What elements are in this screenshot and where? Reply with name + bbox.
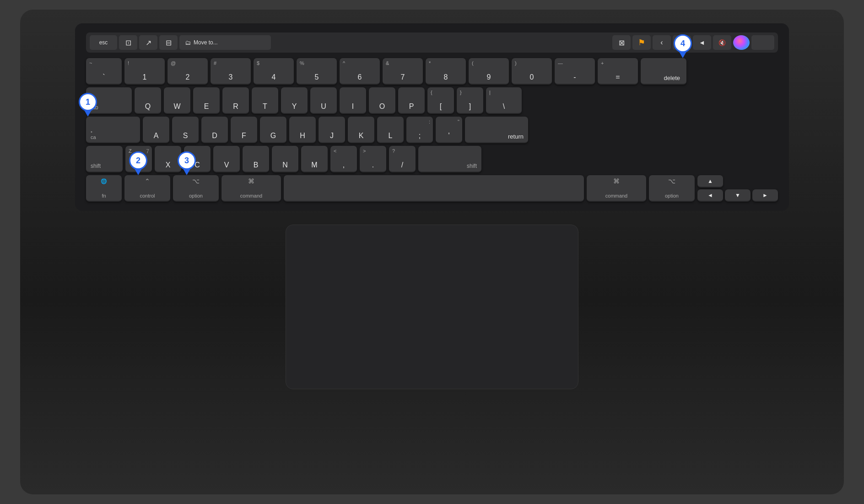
key-e[interactable]: E [193,87,220,114]
key-period[interactable]: > . [360,146,386,172]
touch-bar: esc ⊡ ↗ ⊟ 🗂 Move to... ⊠ ⚑ ‹ ✦ ◄ 🔇 [86,32,778,53]
tb-volume-key[interactable]: ◄ [693,35,711,50]
key-p[interactable]: P [398,87,425,114]
tb-mute-key[interactable]: 🔇 [713,35,731,50]
key-semicolon[interactable]: : ; [406,117,433,143]
key-arrow-up[interactable]: ▲ [697,175,723,188]
key-d[interactable]: D [201,117,228,143]
key-command-right[interactable]: ⌘ command [587,175,646,202]
tb-moveto-key[interactable]: 🗂 Move to... [179,35,271,50]
tb-esc-key[interactable]: esc [90,35,117,50]
key-option-left[interactable]: ⌥ option 3 [173,175,219,202]
tb-extra-key[interactable] [751,35,774,50]
tb-share-key[interactable]: ↗ [139,35,157,50]
key-n[interactable]: N [272,146,298,172]
key-delete[interactable]: delete 4 [641,58,686,85]
key-rbracket[interactable]: } ] [457,87,483,114]
modifier-row: 🌐 fn ⌃ control 2 ⌥ option [86,175,778,202]
key-minus[interactable]: — - [555,58,595,85]
key-i[interactable]: I [340,87,366,114]
key-m[interactable]: M [301,146,328,172]
key-0[interactable]: ) 0 [512,58,552,85]
key-w[interactable]: W [164,87,190,114]
key-5[interactable]: % 5 [297,58,337,85]
key-a[interactable]: A [143,117,169,143]
key-3[interactable]: # 3 [211,58,251,85]
key-k[interactable]: K [348,117,374,143]
key-6[interactable]: ^ 6 [340,58,380,85]
key-f[interactable]: F [231,117,257,143]
key-arrow-left[interactable]: ◄ [697,189,723,202]
key-slash[interactable]: ? / [389,146,416,172]
tab-row: tab Q W E R T Y U I O P { [ } ] [86,87,778,114]
key-l[interactable]: L [377,117,404,143]
key-b[interactable]: B [243,146,269,172]
keyboard-area: esc ⊡ ↗ ⊟ 🗂 Move to... ⊠ ⚑ ‹ ✦ ◄ 🔇 ~ ` [75,23,789,211]
key-4[interactable]: $ 4 [254,58,294,85]
key-lbracket[interactable]: { [ [427,87,454,114]
key-u[interactable]: U [310,87,337,114]
key-quote[interactable]: " ' [436,117,462,143]
key-equal[interactable]: + = [598,58,638,85]
key-1[interactable]: ! 1 [124,58,165,85]
key-fn[interactable]: 🌐 fn [86,175,122,202]
tb-compose-key[interactable]: ⊡ [119,35,137,50]
key-tab[interactable]: tab [86,87,132,114]
key-comma[interactable]: < , [330,146,357,172]
laptop-body: esc ⊡ ↗ ⊟ 🗂 Move to... ⊠ ⚑ ‹ ✦ ◄ 🔇 ~ ` [20,10,844,494]
key-arrow-right[interactable]: ► [752,189,778,202]
key-r[interactable]: R [222,87,249,114]
key-8[interactable]: * 8 [426,58,466,85]
key-g[interactable]: G [260,117,286,143]
keyboard-rows: ~ ` ! 1 @ 2 # 3 $ 4 [86,58,778,202]
key-q[interactable]: Q [135,87,161,114]
tb-siri-key[interactable] [733,35,750,50]
key-arrow-down[interactable]: ▼ [725,189,751,202]
key-shift-left[interactable]: shift [86,146,123,172]
pin-tail-4 [679,52,686,58]
key-z[interactable]: Z 7 [125,146,152,172]
shift-row: shift Z 7 X C V B N M < , > . [86,146,778,172]
arrow-cluster: ▲ ◄ ▼ ► [697,175,778,202]
key-v[interactable]: V [213,146,240,172]
tb-brightness-key[interactable]: ✦ [673,35,691,50]
key-x[interactable]: X [155,146,181,172]
tb-moveto-label: Move to... [194,39,218,46]
key-j[interactable]: J [319,117,345,143]
number-row: ~ ` ! 1 @ 2 # 3 $ 4 [86,58,778,85]
trackpad[interactable] [286,225,578,389]
key-h[interactable]: H [289,117,316,143]
tb-back-key[interactable]: ‹ [653,35,671,50]
key-y[interactable]: Y [281,87,308,114]
key-o[interactable]: O [369,87,395,114]
key-9[interactable]: ( 9 [469,58,509,85]
key-return[interactable]: return [465,117,528,143]
key-t[interactable]: T [252,87,278,114]
key-2[interactable]: @ 2 [167,58,208,85]
key-option-right[interactable]: ⌥ option [649,175,695,202]
key-control[interactable]: ⌃ control 2 [124,175,170,202]
key-command-left[interactable]: ⌘ command [221,175,281,202]
key-shift-right[interactable]: shift [418,146,481,172]
key-7[interactable]: & 7 [383,58,423,85]
caps-row: • ca 1 A S D F G H J K L : [86,117,778,143]
tb-flag-key[interactable]: ⚑ [632,35,651,50]
key-s[interactable]: S [172,117,199,143]
key-caps[interactable]: • ca 1 [86,117,140,143]
key-backslash[interactable]: | \ [486,87,522,114]
key-tilde[interactable]: ~ ` [86,58,122,85]
key-space[interactable] [284,175,584,202]
tb-delete-key[interactable]: ⊠ [612,35,631,50]
key-c[interactable]: C [184,146,211,172]
tb-archive-key[interactable]: ⊟ [159,35,178,50]
